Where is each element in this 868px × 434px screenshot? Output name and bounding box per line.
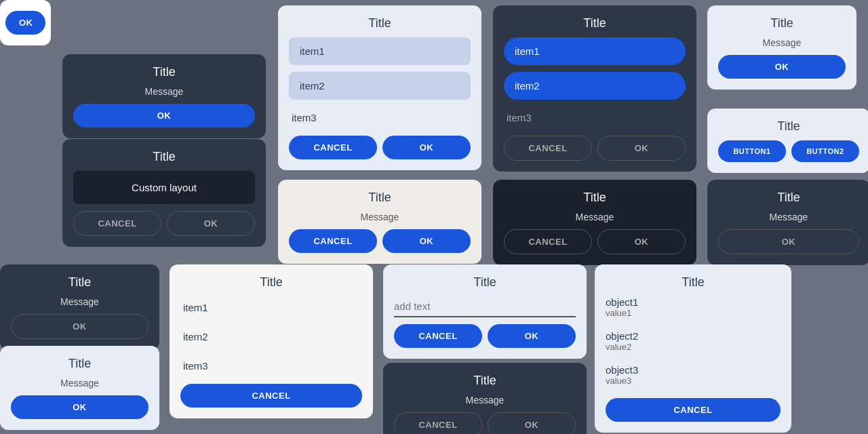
card7-title: Title — [718, 16, 846, 31]
ok-button-card9[interactable]: OK — [718, 229, 859, 254]
card15-obj1-label: object1 — [606, 296, 781, 308]
card15-object3: object3 value3 — [606, 364, 781, 386]
cancel-button-card2[interactable]: CANCEL — [73, 211, 161, 236]
card5-item1[interactable]: item1 — [504, 37, 686, 65]
cancel-button-card15[interactable]: CANCEL — [606, 398, 781, 422]
card5-item2[interactable]: item2 — [504, 72, 686, 100]
button1-card8[interactable]: BUTTON1 — [718, 140, 786, 162]
ok-button-card2[interactable]: OK — [167, 211, 255, 236]
cancel-button-card5[interactable]: CANCEL — [504, 136, 592, 161]
dialog-card-14: Title Message CANCEL OK — [383, 363, 587, 434]
card12-item3[interactable]: item3 — [180, 355, 362, 377]
card13-text-input[interactable] — [394, 296, 576, 317]
card4-message: Message — [289, 212, 471, 222]
ok-button-card0[interactable]: OK — [5, 11, 45, 35]
card5-btn-row: CANCEL OK — [504, 136, 686, 161]
cancel-button-card12[interactable]: CANCEL — [180, 384, 362, 408]
card12-item1[interactable]: item1 — [180, 296, 362, 319]
card11-title: Title — [11, 357, 149, 371]
card15-obj3-label: object3 — [606, 364, 781, 376]
card15-obj2-label: object2 — [606, 330, 781, 342]
card14-btn-row: CANCEL OK — [394, 412, 576, 434]
card11-message: Message — [11, 378, 149, 389]
ok-button-card1[interactable]: OK — [73, 104, 255, 127]
card7-message: Message — [718, 37, 846, 48]
card3-item3[interactable]: item3 — [289, 106, 471, 129]
card14-title: Title — [394, 374, 576, 388]
card3-item2[interactable]: item2 — [289, 72, 471, 100]
ok-button-card11[interactable]: OK — [11, 395, 149, 419]
dialog-card-7: Title Message OK — [707, 5, 856, 90]
cancel-button-card13[interactable]: CANCEL — [394, 324, 482, 348]
card2-title: Title — [73, 150, 255, 164]
dialog-card-11: Title Message OK — [0, 346, 159, 430]
card8-btn-row: BUTTON1 BUTTON2 — [718, 140, 859, 162]
card4-title: Title — [289, 191, 471, 205]
ok-button-card14[interactable]: OK — [488, 412, 576, 434]
ok-button-card13[interactable]: OK — [488, 324, 576, 348]
card1-message: Message — [73, 86, 255, 97]
cancel-button-card6[interactable]: CANCEL — [504, 229, 592, 254]
dialog-card-1: Title Message OK — [62, 54, 266, 138]
button2-card8[interactable]: BUTTON2 — [791, 140, 859, 162]
card1-title: Title — [73, 65, 255, 79]
dialog-card-4: Title Message CANCEL OK — [278, 180, 481, 264]
card6-title: Title — [504, 191, 686, 205]
card14-message: Message — [394, 395, 576, 406]
card13-title: Title — [394, 275, 576, 290]
dialog-card-6: Title Message CANCEL OK — [493, 180, 696, 265]
card2-btn-row: CANCEL OK — [73, 211, 255, 236]
dialog-card-10: Title Message OK — [0, 264, 159, 350]
card15-object1: object1 value1 — [606, 296, 781, 318]
card2-custom-body: Custom layout — [73, 171, 255, 204]
cancel-button-card14[interactable]: CANCEL — [394, 412, 482, 434]
card9-title: Title — [718, 191, 859, 205]
ok-button-card10[interactable]: OK — [11, 314, 149, 339]
card13-btn-row: CANCEL OK — [394, 324, 576, 348]
card8-title: Title — [718, 119, 859, 134]
dialog-card-8: Title BUTTON1 BUTTON2 — [707, 108, 868, 173]
ok-button-card3[interactable]: OK — [382, 136, 471, 159]
card15-obj2-value: value2 — [606, 342, 781, 352]
card5-item3[interactable]: item3 — [504, 106, 686, 129]
card9-message: Message — [718, 212, 859, 222]
card6-message: Message — [504, 212, 686, 222]
card15-title: Title — [606, 275, 781, 290]
cancel-button-card3[interactable]: CANCEL — [289, 136, 377, 159]
card15-object2: object2 value2 — [606, 330, 781, 352]
dialog-card-3: Title item1 item2 item3 CANCEL OK — [278, 5, 481, 170]
card5-title: Title — [504, 16, 686, 31]
cancel-button-card4[interactable]: CANCEL — [289, 229, 377, 253]
ok-button-card4[interactable]: OK — [382, 229, 471, 253]
card10-message: Message — [11, 296, 149, 307]
ok-button-card6[interactable]: OK — [597, 229, 686, 254]
dialog-card-9: Title Message OK — [707, 180, 868, 265]
dialog-card-2: Title Custom layout CANCEL OK — [62, 139, 266, 247]
ok-button-card7[interactable]: OK — [718, 55, 846, 79]
dialog-card-15: Title object1 value1 object2 value2 obje… — [595, 264, 791, 433]
card3-title: Title — [289, 16, 471, 31]
card15-obj1-value: value1 — [606, 308, 781, 318]
card3-item1[interactable]: item1 — [289, 37, 471, 65]
dialog-card-12: Title item1 item2 item3 CANCEL — [170, 264, 373, 418]
dialog-card-5: Title item1 item2 item3 CANCEL OK — [493, 5, 696, 172]
card10-title: Title — [11, 275, 149, 290]
card12-item2[interactable]: item2 — [180, 326, 362, 348]
card3-btn-row: CANCEL OK — [289, 136, 471, 159]
card15-obj3-value: value3 — [606, 376, 781, 386]
card4-btn-row: CANCEL OK — [289, 229, 471, 253]
ok-button-card5[interactable]: OK — [597, 136, 686, 161]
partial-card-left: OK — [0, 0, 51, 45]
dialog-card-13: Title CANCEL OK — [383, 264, 587, 359]
card12-title: Title — [180, 275, 362, 290]
card6-btn-row: CANCEL OK — [504, 229, 686, 254]
